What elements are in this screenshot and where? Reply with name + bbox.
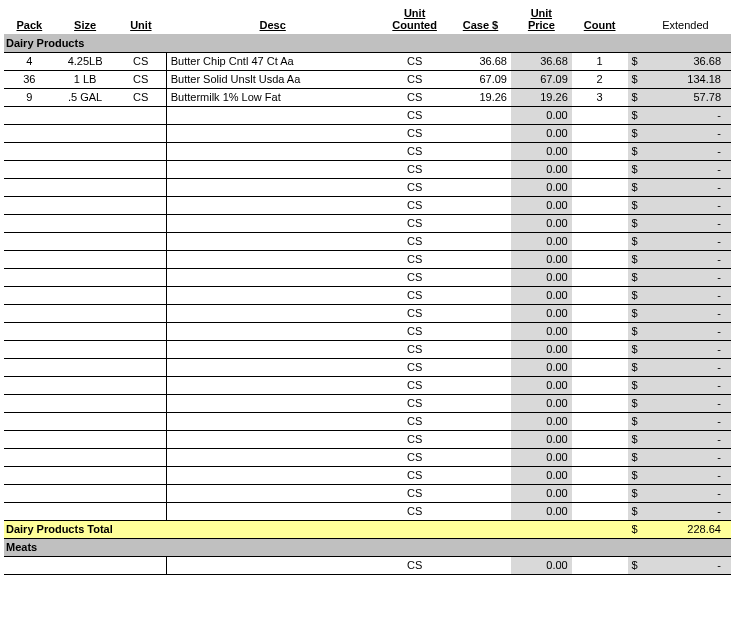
cell-dollar: $ (628, 430, 646, 448)
cell-uc: CS (379, 376, 450, 394)
cell-unit (116, 178, 167, 196)
cell-unit (116, 376, 167, 394)
table-row: CS0.00$- (4, 484, 731, 502)
cell-case (450, 412, 511, 430)
cell-uc: CS (379, 484, 450, 502)
table-row: CS0.00$- (4, 376, 731, 394)
inventory-table: Pack Size Unit Desc UnitCounted Case $ U… (4, 4, 731, 575)
cell-size (55, 286, 116, 304)
cell-desc (166, 304, 379, 322)
cell-count: 1 (572, 52, 628, 70)
section-name: Dairy Products (4, 34, 731, 52)
cell-case (450, 430, 511, 448)
cell-desc: Butter Chip Cntl 47 Ct Aa (166, 52, 379, 70)
header-count: Count (572, 4, 628, 34)
cell-unit (116, 214, 167, 232)
cell-ext: - (646, 196, 731, 214)
table-row: CS0.00$- (4, 268, 731, 286)
cell-ext: - (646, 124, 731, 142)
cell-pack (4, 394, 55, 412)
cell-size: 4.25LB (55, 52, 116, 70)
header-case: Case $ (450, 4, 511, 34)
table-row: CS0.00$- (4, 412, 731, 430)
header-desc: Desc (166, 4, 379, 34)
cell-dollar: $ (628, 52, 646, 70)
cell-unit (116, 250, 167, 268)
table-row: CS0.00$- (4, 250, 731, 268)
cell-ext: - (646, 160, 731, 178)
cell-count (572, 502, 628, 520)
cell-desc (166, 322, 379, 340)
cell-uprice: 0.00 (511, 142, 572, 160)
cell-unit (116, 394, 167, 412)
cell-count (572, 376, 628, 394)
cell-count (572, 160, 628, 178)
cell-uprice: 0.00 (511, 232, 572, 250)
cell-count (572, 178, 628, 196)
cell-uc: CS (379, 124, 450, 142)
cell-size (55, 322, 116, 340)
header-pack: Pack (4, 4, 55, 34)
table-row: CS0.00$- (4, 502, 731, 520)
cell-count (572, 394, 628, 412)
cell-count (572, 430, 628, 448)
cell-unit (116, 358, 167, 376)
cell-count (572, 214, 628, 232)
cell-count (572, 412, 628, 430)
cell-uprice: 0.00 (511, 376, 572, 394)
cell-ext: - (646, 232, 731, 250)
cell-unit (116, 502, 167, 520)
cell-case (450, 448, 511, 466)
cell-uprice: 0.00 (511, 250, 572, 268)
cell-uc: CS (379, 322, 450, 340)
cell-desc (166, 250, 379, 268)
cell-case (450, 232, 511, 250)
cell-ext: 57.78 (646, 88, 731, 106)
table-row: CS0.00$- (4, 160, 731, 178)
cell-desc (166, 412, 379, 430)
cell-uprice: 0.00 (511, 556, 572, 574)
cell-pack (4, 430, 55, 448)
cell-pack (4, 214, 55, 232)
cell-uprice: 67.09 (511, 70, 572, 88)
cell-count (572, 250, 628, 268)
table-row: 44.25LBCSButter Chip Cntl 47 Ct AaCS36.6… (4, 52, 731, 70)
cell-desc (166, 268, 379, 286)
cell-unit: CS (116, 52, 167, 70)
cell-dollar: $ (628, 70, 646, 88)
cell-unit (116, 286, 167, 304)
table-row: CS0.00$- (4, 106, 731, 124)
cell-size (55, 556, 116, 574)
cell-size (55, 214, 116, 232)
cell-pack (4, 484, 55, 502)
cell-size (55, 196, 116, 214)
header-unit-price: UnitPrice (511, 4, 572, 34)
cell-case (450, 178, 511, 196)
table-row: CS0.00$- (4, 448, 731, 466)
cell-case (450, 358, 511, 376)
cell-unit (116, 232, 167, 250)
cell-ext: 134.18 (646, 70, 731, 88)
cell-uc: CS (379, 268, 450, 286)
cell-desc: Butter Solid Unslt Usda Aa (166, 70, 379, 88)
cell-case: 36.68 (450, 52, 511, 70)
cell-uprice: 0.00 (511, 394, 572, 412)
cell-desc (166, 466, 379, 484)
cell-desc (166, 484, 379, 502)
cell-dollar: $ (628, 106, 646, 124)
cell-dollar: $ (628, 196, 646, 214)
cell-uc: CS (379, 232, 450, 250)
cell-unit: CS (116, 70, 167, 88)
cell-pack (4, 466, 55, 484)
cell-unit (116, 412, 167, 430)
section-total: Dairy Products Total$228.64 (4, 520, 731, 538)
cell-desc (166, 106, 379, 124)
header-unit-counted: UnitCounted (379, 4, 450, 34)
cell-desc (166, 448, 379, 466)
cell-uprice: 0.00 (511, 412, 572, 430)
cell-dollar: $ (628, 394, 646, 412)
cell-case (450, 106, 511, 124)
cell-ext: - (646, 268, 731, 286)
table-row: CS0.00$- (4, 214, 731, 232)
cell-count (572, 268, 628, 286)
